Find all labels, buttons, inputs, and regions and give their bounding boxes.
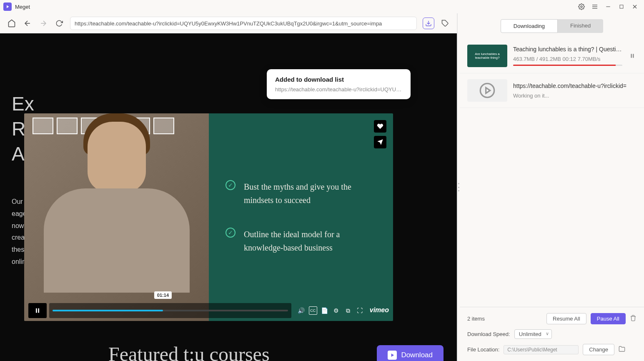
toast-title: Added to download list	[275, 76, 402, 83]
maximize-button[interactable]	[616, 1, 627, 13]
speed-select[interactable]: Unlimited	[514, 329, 552, 339]
svg-marker-16	[486, 88, 490, 93]
download-status: Working on it...	[513, 93, 636, 99]
download-item[interactable]: https://teachable.com/teachable-u?irclic…	[460, 73, 644, 108]
webpage-viewport[interactable]: Ex Re A Our eage now crea thes onlin Fea…	[0, 33, 457, 361]
pause-button[interactable]	[28, 303, 47, 318]
fullscreen-icon[interactable]: ⛶	[356, 306, 364, 315]
download-icon	[388, 351, 397, 360]
volume-icon[interactable]: 🔊	[297, 306, 306, 315]
svg-rect-5	[620, 5, 623, 8]
tab-finished[interactable]: Finished	[558, 19, 603, 33]
close-button[interactable]	[629, 1, 641, 13]
back-button[interactable]	[23, 18, 33, 28]
url-bar[interactable]: https://teachable.com/teachable-u?irclic…	[70, 17, 417, 30]
pause-download-button[interactable]	[628, 53, 636, 59]
download-item[interactable]: Are lunchables a teachable thing? Teachi…	[460, 39, 644, 73]
get-video-button[interactable]	[423, 18, 434, 29]
menu-button[interactable]	[589, 1, 601, 13]
home-button[interactable]	[7, 18, 17, 28]
download-panel: Downloading Finished Are lunchables a te…	[460, 13, 644, 361]
download-toast: Added to download list https://teachable…	[267, 69, 411, 99]
video-bullet: ✓ Bust the myths and give you the mindse…	[226, 180, 376, 207]
speed-label: Download Speed:	[467, 331, 510, 337]
open-folder-button[interactable]	[619, 346, 625, 353]
svg-rect-13	[631, 54, 632, 58]
featured-heading: Featured t:u courses	[108, 343, 270, 361]
svg-rect-12	[38, 308, 39, 313]
check-icon: ✓	[226, 228, 236, 238]
change-location-button[interactable]: Change	[583, 344, 614, 355]
titlebar: Meget	[0, 0, 644, 13]
items-count: 2 items	[467, 316, 485, 322]
forward-button[interactable]	[38, 18, 48, 28]
location-label: File Location:	[467, 346, 499, 353]
location-field: C:\Users\Public\Meget	[504, 345, 579, 354]
video-frame[interactable]	[24, 113, 209, 321]
settings-button[interactable]	[576, 1, 587, 13]
minimize-button[interactable]	[602, 1, 614, 13]
download-thumbnail: Are lunchables a teachable thing?	[467, 45, 507, 67]
browser-toolbar: https://teachable.com/teachable-u?irclic…	[0, 13, 457, 33]
download-title: Teaching lunchables is a thing? | Questi…	[513, 46, 622, 53]
video-bullet: ✓ Outline the ideal model for a knowledg…	[226, 228, 376, 254]
download-progress	[513, 65, 622, 66]
bookmark-button[interactable]	[440, 18, 450, 28]
video-player: ✓ Bust the myths and give you the mindse…	[24, 113, 393, 321]
download-thumbnail	[467, 79, 507, 102]
resume-all-button[interactable]: Resume All	[546, 313, 586, 324]
cc-icon[interactable]: CC	[309, 306, 317, 315]
share-button[interactable]	[374, 136, 386, 148]
download-title: https://teachable.com/teachable-u?irclic…	[513, 83, 636, 89]
toast-url: https://teachable.com/teachable-u?irclic…	[275, 86, 402, 93]
pip-icon[interactable]: ⧉	[344, 306, 352, 315]
tab-downloading[interactable]: Downloading	[501, 19, 558, 33]
app-logo	[3, 3, 12, 11]
download-button[interactable]: Download	[377, 345, 444, 361]
video-progress[interactable]: 01:14	[49, 303, 291, 318]
svg-rect-11	[36, 308, 37, 313]
video-timestamp: 01:14	[154, 291, 172, 299]
svg-rect-14	[633, 54, 634, 58]
video-controls: 01:14 🔊 CC 📄 ⚙ ⧉ ⛶ vimeo	[24, 300, 393, 321]
transcript-icon[interactable]: 📄	[321, 306, 329, 315]
pause-all-button[interactable]: Pause All	[591, 313, 626, 324]
vimeo-logo[interactable]: vimeo	[370, 306, 389, 315]
app-title: Meget	[15, 4, 30, 10]
download-stats: 463.7MB / 491.2MB 00:12 7.70MB/s	[513, 56, 622, 62]
reload-button[interactable]	[54, 18, 64, 28]
like-button[interactable]	[374, 120, 386, 133]
check-icon: ✓	[226, 180, 236, 190]
clear-list-button[interactable]	[630, 315, 636, 323]
settings-icon[interactable]: ⚙	[332, 306, 341, 315]
svg-point-0	[581, 6, 582, 8]
